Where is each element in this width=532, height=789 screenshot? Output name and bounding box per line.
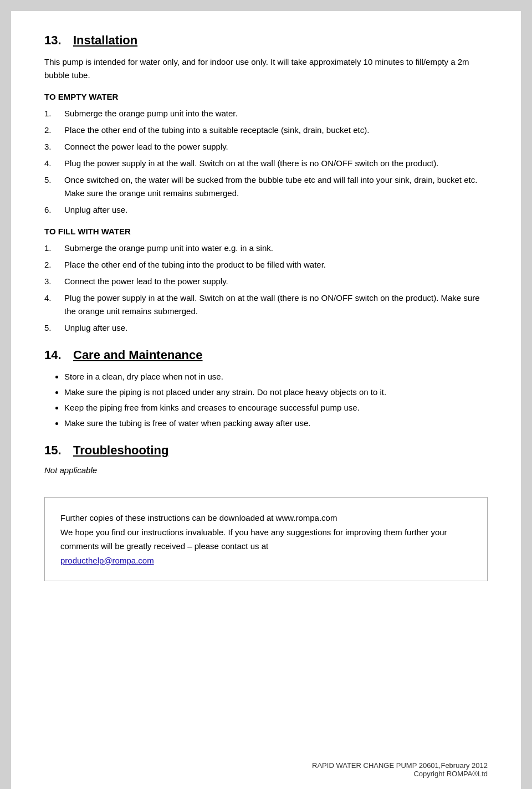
item-text: Connect the power lead to the power supp… xyxy=(64,275,228,288)
list-item: 5.Unplug after use. xyxy=(44,321,488,335)
fill-water-label: TO FILL WITH WATER xyxy=(44,227,488,236)
footer-line2: We hope you find our instructions invalu… xyxy=(60,525,472,568)
care-list: Store in a clean, dry place when not in … xyxy=(44,370,488,430)
list-item: 4.Plug the power supply in at the wall. … xyxy=(44,291,488,318)
list-item: 3.Connect the power lead to the power su… xyxy=(44,275,488,288)
item-num: 2. xyxy=(44,258,58,271)
section-installation: 13. Installation This pump is intended f… xyxy=(44,33,488,335)
item-text: Unplug after use. xyxy=(64,321,127,335)
list-item: Make sure the tubing is free of water wh… xyxy=(64,417,488,430)
footer-line2-text: We hope you find our instructions invalu… xyxy=(60,527,447,551)
item-num: 2. xyxy=(44,124,58,137)
empty-water-label: TO EMPTY WATER xyxy=(44,92,488,101)
section-installation-header: 13. Installation xyxy=(44,33,488,48)
item-text: Unplug after use. xyxy=(64,203,127,217)
list-item: Keep the piping free from kinks and crea… xyxy=(64,401,488,414)
list-item: Store in a clean, dry place when not in … xyxy=(64,370,488,383)
item-num: 1. xyxy=(44,107,58,120)
not-applicable-text: Not applicable xyxy=(44,465,488,475)
item-text: Plug the power supply in at the wall. Sw… xyxy=(64,157,438,170)
item-num: 3. xyxy=(44,275,58,288)
section-13-title: Installation xyxy=(73,33,137,48)
list-item: Make sure the piping is not placed under… xyxy=(64,386,488,399)
footer-email-link[interactable]: producthelp@rompa.com xyxy=(60,556,154,565)
list-item: 3.Connect the power lead to the power su… xyxy=(44,140,488,153)
section-troubleshooting: 15. Troubleshooting Not applicable xyxy=(44,443,488,475)
main-content: 13. Installation This pump is intended f… xyxy=(44,33,488,744)
page-footer-line1: RAPID WATER CHANGE PUMP 20601,February 2… xyxy=(44,761,488,770)
item-text: Place the other end of the tubing into t… xyxy=(64,258,326,271)
section-care: 14. Care and Maintenance Store in a clea… xyxy=(44,348,488,430)
list-item: 1.Submerge the orange pump unit into wat… xyxy=(44,242,488,255)
item-num: 5. xyxy=(44,321,58,335)
installation-intro: This pump is intended for water only, an… xyxy=(44,55,488,82)
item-num: 4. xyxy=(44,157,58,170)
section-15-number: 15. xyxy=(44,443,64,458)
footer-box: Further copies of these instructions can… xyxy=(44,497,488,581)
item-text: Plug the power supply in at the wall. Sw… xyxy=(64,291,488,318)
page: 13. Installation This pump is intended f… xyxy=(11,11,521,789)
fill-water-list: 1.Submerge the orange pump unit into wat… xyxy=(44,242,488,335)
section-14-number: 14. xyxy=(44,348,64,362)
item-num: 1. xyxy=(44,242,58,255)
list-item: 1.Submerge the orange pump unit into the… xyxy=(44,107,488,120)
item-num: 4. xyxy=(44,291,58,318)
footer-line1: Further copies of these instructions can… xyxy=(60,511,472,525)
list-item: 2.Place the other end of the tubing into… xyxy=(44,124,488,137)
item-num: 6. xyxy=(44,203,58,217)
fill-water-block: TO FILL WITH WATER 1.Submerge the orange… xyxy=(44,227,488,335)
section-care-header: 14. Care and Maintenance xyxy=(44,348,488,362)
item-text: Once switched on, the water will be suck… xyxy=(64,173,488,200)
list-item: 2.Place the other end of the tubing into… xyxy=(44,258,488,271)
item-text: Connect the power lead to the power supp… xyxy=(64,140,228,153)
list-item: 6.Unplug after use. xyxy=(44,203,488,217)
section-15-title: Troubleshooting xyxy=(73,443,168,458)
item-num: 3. xyxy=(44,140,58,153)
page-footer: RAPID WATER CHANGE PUMP 20601,February 2… xyxy=(44,757,488,778)
empty-water-list: 1.Submerge the orange pump unit into the… xyxy=(44,107,488,217)
section-14-title: Care and Maintenance xyxy=(73,348,203,362)
empty-water-block: TO EMPTY WATER 1.Submerge the orange pum… xyxy=(44,92,488,217)
section-troubleshooting-header: 15. Troubleshooting xyxy=(44,443,488,458)
item-num: 5. xyxy=(44,173,58,200)
item-text: Submerge the orange pump unit into the w… xyxy=(64,107,238,120)
section-13-number: 13. xyxy=(44,33,64,48)
list-item: 5.Once switched on, the water will be su… xyxy=(44,173,488,200)
item-text: Submerge the orange pump unit into water… xyxy=(64,242,273,255)
page-footer-line2: Copyright ROMPA®Ltd xyxy=(44,770,488,778)
list-item: 4.Plug the power supply in at the wall. … xyxy=(44,157,488,170)
item-text: Place the other end of the tubing into a… xyxy=(64,124,369,137)
